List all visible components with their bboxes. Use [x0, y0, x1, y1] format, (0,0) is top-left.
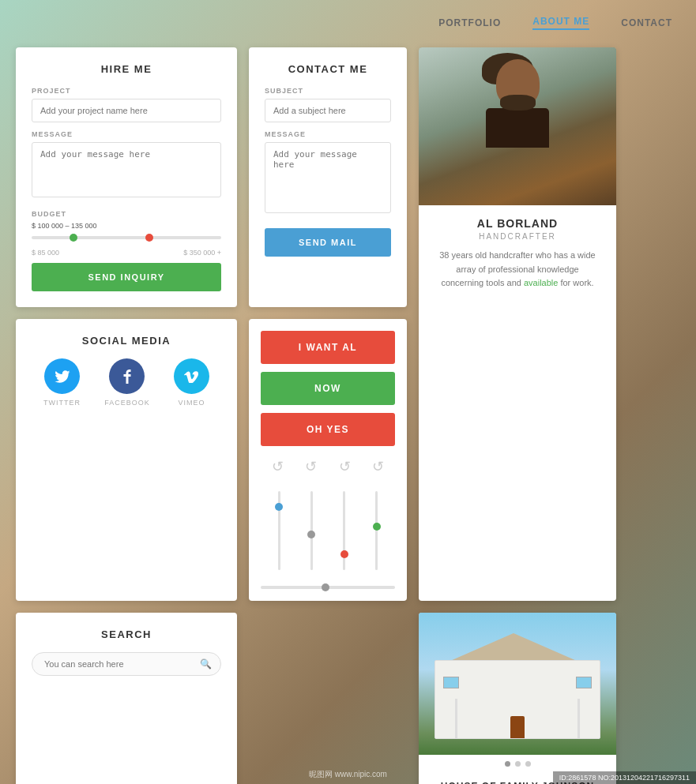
send-inquiry-button[interactable]: SEND INQUIRY: [32, 263, 221, 291]
search-title: SEARCH: [32, 628, 221, 640]
facebook-wrap[interactable]: FACEBOOK: [104, 358, 150, 407]
house-structure: [435, 632, 600, 739]
person-head: [496, 59, 540, 107]
message-input-hire[interactable]: [32, 142, 221, 197]
person-beard: [500, 95, 536, 111]
hire-me-card: HIRE ME PROJECT MESSAGE BUDGET $ 100 000…: [16, 47, 237, 307]
vert-slider-2[interactable]: [310, 491, 313, 578]
vimeo-wrap[interactable]: VIMEO: [174, 358, 209, 407]
refresh-icon-2[interactable]: ↺: [305, 458, 317, 475]
vert-thumb-gray[interactable]: [307, 531, 315, 538]
vert-slider-1[interactable]: [278, 491, 280, 578]
refresh-icons: ↺ ↺ ↺ ↺: [261, 458, 395, 475]
house-door: [510, 716, 525, 738]
now-button[interactable]: NOW: [261, 372, 395, 405]
twitter-wrap[interactable]: TWITTER: [43, 358, 81, 407]
house-window-left: [443, 677, 459, 688]
vimeo-label: VIMEO: [178, 399, 205, 407]
vert-track-3[interactable]: [343, 491, 345, 570]
vert-track-4[interactable]: [375, 491, 378, 570]
house-dot-1[interactable]: [505, 761, 510, 767]
profile-suffix: for work.: [560, 278, 593, 287]
vertical-sliders: [261, 483, 395, 578]
profile-photo: [419, 47, 616, 205]
profile-info: AL BORLAND HANDCRAFTER 38 years old hand…: [419, 205, 616, 302]
buttons-card: I WANT AL NOW OH YES ↺ ↺ ↺ ↺: [249, 319, 407, 601]
vert-track-1[interactable]: [278, 491, 280, 570]
budget-slider-track[interactable]: [32, 236, 221, 239]
vert-slider-3[interactable]: [343, 491, 345, 578]
budget-label: BUDGET: [32, 210, 221, 218]
house-dot-3[interactable]: [525, 761, 531, 767]
budget-labels: $ 85 000 $ 350 000 +: [32, 249, 221, 257]
vert-thumb-green[interactable]: [373, 523, 381, 531]
vert-thumb-blue[interactable]: [275, 503, 283, 511]
i-want-button[interactable]: I WANT AL: [261, 331, 395, 364]
refresh-icon-1[interactable]: ↺: [272, 458, 284, 475]
id-bar: ID:2861578 NO:20131204221716297311: [553, 771, 696, 784]
horiz-thumb[interactable]: [322, 583, 329, 591]
profile-card: AL BORLAND HANDCRAFTER 38 years old hand…: [419, 47, 616, 601]
contact-me-card: CONTACT ME SUBJECT MESSAGE SEND MAIL: [249, 47, 407, 307]
search-input-wrap: 🔍: [32, 652, 221, 676]
person-silhouette: [486, 59, 549, 148]
refresh-icon-3[interactable]: ↺: [339, 458, 351, 475]
twitter-label: TWITTER: [43, 399, 81, 407]
vert-slider-4[interactable]: [375, 491, 378, 578]
profile-description: 38 years old handcrafter who has a wide …: [435, 249, 600, 291]
facebook-icon[interactable]: [109, 358, 145, 394]
vert-track-2[interactable]: [310, 491, 313, 570]
oh-yes-button[interactable]: OH YES: [261, 413, 395, 446]
slider-dot-min[interactable]: [70, 234, 77, 242]
navigation: PORTFOLIO ABOUT ME CONTACT: [364, 0, 696, 46]
person-body: [486, 108, 549, 148]
profile-name: AL BORLAND: [435, 217, 600, 230]
horizontal-slider[interactable]: [261, 586, 395, 589]
search-icon: 🔍: [200, 658, 212, 670]
nav-about-me[interactable]: ABOUT ME: [532, 16, 589, 30]
budget-section: BUDGET $ 100 000 – 135 000 $ 85 000 $ 35…: [32, 210, 221, 257]
hire-me-title: HIRE ME: [32, 63, 221, 75]
house-card: HOUSE OF FAMILY JOHNSON COMPLETE CONSTRU…: [419, 613, 616, 784]
twitter-icon[interactable]: [44, 358, 80, 394]
house-image: [419, 613, 616, 755]
budget-range-display: $ 100 000 – 135 000: [32, 222, 221, 230]
facebook-label: FACEBOOK: [104, 399, 150, 407]
social-media-title: SOCIAL MEDIA: [32, 335, 221, 347]
house-dot-2[interactable]: [515, 761, 521, 767]
house-window-right: [576, 677, 592, 688]
main-content: HIRE ME PROJECT MESSAGE BUDGET $ 100 000…: [16, 47, 680, 784]
slider-dot-max[interactable]: [145, 234, 153, 242]
budget-min: $ 85 000: [32, 249, 59, 257]
profile-role: HANDCRAFTER: [435, 232, 600, 241]
search-input[interactable]: [32, 652, 221, 676]
watermark: 昵图网 www.nipic.com: [309, 769, 387, 780]
contact-me-title: CONTACT ME: [265, 63, 391, 75]
social-icons: TWITTER FACEBOOK VIMEO: [32, 358, 221, 407]
project-input[interactable]: [32, 99, 221, 122]
refresh-icon-4[interactable]: ↺: [372, 458, 384, 475]
subject-input[interactable]: [265, 99, 391, 122]
house-photo: [419, 613, 616, 755]
house-main-body: [435, 660, 600, 739]
vert-thumb-red[interactable]: [340, 550, 348, 558]
available-text: available: [524, 278, 558, 287]
project-label: PROJECT: [32, 87, 221, 95]
search-card: SEARCH 🔍: [16, 613, 237, 784]
nav-contact[interactable]: CONTACT: [621, 17, 672, 28]
message-input-contact[interactable]: [265, 142, 391, 213]
subject-label: SUBJECT: [265, 87, 391, 95]
budget-max: $ 350 000 +: [183, 249, 221, 257]
vimeo-icon[interactable]: [174, 358, 209, 394]
nav-portfolio[interactable]: PORTFOLIO: [438, 17, 501, 28]
send-mail-button[interactable]: SEND MAIL: [265, 228, 391, 257]
message-label-contact: MESSAGE: [265, 130, 391, 138]
house-dots: [419, 755, 616, 773]
message-label-hire: MESSAGE: [32, 130, 221, 138]
social-media-card: SOCIAL MEDIA TWITTER FACEBOOK: [16, 319, 237, 601]
